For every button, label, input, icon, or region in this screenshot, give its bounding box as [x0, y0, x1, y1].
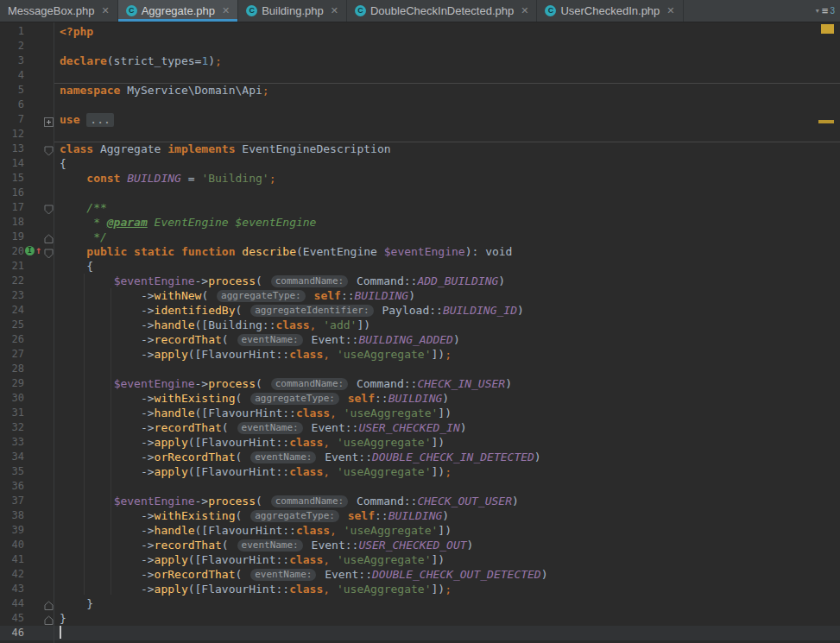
- code-text: const BUILDING = 'Building';: [54, 171, 276, 186]
- tab-label: UserCheckedIn.php: [560, 4, 660, 17]
- parameter-hint: commandName:: [271, 275, 348, 287]
- code-text: [54, 479, 60, 494]
- code-line-34[interactable]: 34 ->orRecordThat( eventName: Event::DOU…: [0, 450, 840, 464]
- code-line-46[interactable]: 46: [0, 626, 840, 640]
- line-number: 36: [12, 480, 24, 492]
- code-text: /**: [54, 200, 107, 215]
- parameter-hint: commandName:: [271, 495, 348, 507]
- tab-aggregate-php[interactable]: CAggregate.php✕: [118, 0, 239, 22]
- code-line-13[interactable]: 13class Aggregate implements EventEngine…: [0, 142, 840, 156]
- code-line-42[interactable]: 42 ->orRecordThat( eventName: Event::DOU…: [0, 567, 840, 582]
- gutter: 12: [0, 127, 54, 142]
- code-text: ->recordThat( eventName: Event::USER_CHE…: [54, 420, 467, 435]
- tab-usercheckedin-php[interactable]: CUserCheckedIn.php✕: [537, 0, 683, 22]
- gutter: 31: [0, 406, 54, 420]
- gutter: 19: [0, 230, 54, 244]
- code-line-16[interactable]: 16: [0, 186, 840, 200]
- gutter: 14: [0, 156, 54, 171]
- code-line-32[interactable]: 32 ->recordThat( eventName: Event::USER_…: [0, 420, 840, 435]
- gutter: 4: [0, 68, 54, 83]
- hidden-tabs-button[interactable]: ▾ ≡ 3: [811, 0, 840, 22]
- code-line-28[interactable]: 28: [0, 362, 840, 376]
- code-line-40[interactable]: 40 ->recordThat( eventName: Event::USER_…: [0, 538, 840, 552]
- code-line-5[interactable]: 5namespace MyService\Domain\Api;: [0, 83, 840, 98]
- tab-building-php[interactable]: CBuilding.php✕: [238, 0, 347, 22]
- parameter-hint: eventName:: [237, 422, 303, 434]
- code-line-36[interactable]: 36: [0, 479, 840, 494]
- code-line-18[interactable]: 18 * @param EventEngine $eventEngine: [0, 215, 840, 230]
- line-number: 42: [12, 568, 24, 580]
- code-line-23[interactable]: 23 ->withNew( aggregateType: self::BUILD…: [0, 288, 840, 303]
- code-line-33[interactable]: 33 ->apply([FlavourHint::class, 'useAggr…: [0, 435, 840, 450]
- code-line-27[interactable]: 27 ->apply([FlavourHint::class, 'useAggr…: [0, 347, 840, 362]
- gutter: 35: [0, 464, 54, 479]
- code-line-26[interactable]: 26 ->recordThat( eventName: Event::BUILD…: [0, 332, 840, 347]
- line-number: 34: [12, 451, 24, 463]
- code-line-6[interactable]: 6: [0, 98, 840, 112]
- close-icon[interactable]: ✕: [521, 6, 528, 16]
- line-number: 44: [12, 597, 24, 609]
- code-line-30[interactable]: 30 ->withExisting( aggregateType: self::…: [0, 391, 840, 406]
- gutter: 6: [0, 98, 54, 112]
- code-text: [54, 68, 60, 83]
- php-class-icon: C: [246, 5, 257, 16]
- line-number: 46: [12, 627, 24, 639]
- parameter-hint: eventName:: [250, 569, 316, 581]
- implements-method-icon[interactable]: I: [25, 246, 35, 255]
- close-icon[interactable]: ✕: [222, 6, 230, 16]
- line-number: 43: [12, 583, 24, 595]
- line-number: 15: [12, 172, 24, 184]
- line-number: 19: [12, 230, 24, 243]
- gutter: 16: [0, 186, 54, 200]
- code-text: $eventEngine->process( commandName: Comm…: [54, 274, 505, 288]
- inspection-status-indicator[interactable]: [821, 24, 834, 34]
- close-icon[interactable]: ✕: [101, 6, 109, 16]
- line-number: 20: [12, 245, 24, 257]
- code-editor[interactable]: 1<?php23declare(strict_types=1);45namesp…: [0, 22, 840, 643]
- code-line-1[interactable]: 1<?php: [0, 24, 840, 39]
- gutter: 5: [0, 83, 54, 98]
- code-line-22[interactable]: 22 $eventEngine->process( commandName: C…: [0, 274, 840, 288]
- code-line-39[interactable]: 39 ->handle([FlavourHint::class, 'useAgg…: [0, 523, 840, 538]
- override-arrow-icon[interactable]: ↑: [35, 244, 41, 256]
- code-line-4[interactable]: 4: [0, 68, 840, 83]
- gutter: 20I↑: [0, 244, 54, 259]
- tab-label: DoubleCheckInDetected.php: [370, 4, 514, 17]
- code-line-25[interactable]: 25 ->handle([Building::class, 'add']): [0, 318, 840, 332]
- code-line-19[interactable]: 19 */: [0, 230, 840, 244]
- code-line-29[interactable]: 29 $eventEngine->process( commandName: C…: [0, 376, 840, 391]
- code-line-41[interactable]: 41 ->apply([FlavourHint::class, 'useAggr…: [0, 552, 840, 567]
- folded-imports-placeholder[interactable]: ...: [86, 113, 113, 127]
- code-line-14[interactable]: 14{: [0, 156, 840, 171]
- chevron-down-icon: ▾: [816, 7, 819, 15]
- code-line-21[interactable]: 21 {: [0, 259, 840, 274]
- code-line-12[interactable]: 12: [0, 127, 840, 142]
- code-line-45[interactable]: 45}: [0, 611, 840, 626]
- code-line-38[interactable]: 38 ->withExisting( aggregateType: self::…: [0, 508, 840, 523]
- gutter: 1: [0, 24, 54, 39]
- php-class-icon: C: [545, 5, 556, 16]
- code-line-44[interactable]: 44 }: [0, 596, 840, 611]
- line-number: 41: [12, 553, 24, 565]
- code-line-37[interactable]: 37 $eventEngine->process( commandName: C…: [0, 494, 840, 508]
- code-line-43[interactable]: 43 ->apply([FlavourHint::class, 'useAggr…: [0, 582, 840, 596]
- line-number: 26: [12, 333, 24, 345]
- code-line-35[interactable]: 35 ->apply([FlavourHint::class, 'useAggr…: [0, 464, 840, 479]
- code-text: }: [54, 596, 93, 611]
- code-line-31[interactable]: 31 ->handle([FlavourHint::class, 'useAgg…: [0, 406, 840, 420]
- code-line-2[interactable]: 2: [0, 39, 840, 54]
- code-line-3[interactable]: 3declare(strict_types=1);: [0, 54, 840, 68]
- close-icon[interactable]: ✕: [666, 6, 674, 16]
- tab-doublecheckindetected-php[interactable]: CDoubleCheckInDetected.php✕: [347, 0, 537, 22]
- code-line-17[interactable]: 17 /**: [0, 200, 840, 215]
- tab-messagebox-php[interactable]: MessageBox.php✕: [0, 0, 118, 22]
- code-line-20[interactable]: 20I↑ public static function describe(Eve…: [0, 244, 840, 259]
- code-text: [54, 127, 60, 142]
- close-icon[interactable]: ✕: [331, 6, 338, 16]
- gutter: 18: [0, 215, 54, 230]
- code-line-24[interactable]: 24 ->identifiedBy( aggregateIdentifier: …: [0, 303, 840, 318]
- code-line-15[interactable]: 15 const BUILDING = 'Building';: [0, 171, 840, 186]
- line-number: 17: [12, 201, 24, 213]
- warning-stripe-mark[interactable]: [818, 120, 834, 123]
- code-line-7[interactable]: 7use ...: [0, 112, 840, 127]
